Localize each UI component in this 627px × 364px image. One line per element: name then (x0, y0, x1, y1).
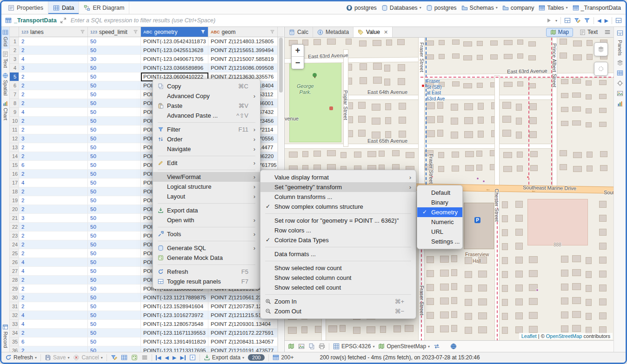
cell-lanes[interactable]: 4 (19, 179, 88, 187)
breadcrumb-postgres[interactable]: postgres (346, 5, 377, 11)
cell-speed-limit[interactable]: 50 (88, 179, 141, 187)
table-row[interactable]: 4350POINT(-123.0366589896POINT Z(1216086… (10, 64, 284, 73)
cell-geometry[interactable]: POINT(-123.11217889875 (141, 293, 208, 302)
cell-geometry[interactable]: POINT(-123.0490671705 (141, 55, 208, 64)
cell-lanes[interactable]: 2 (19, 293, 88, 302)
cell-speed-limit[interactable]: 50 (88, 196, 141, 205)
tab-data[interactable]: Data (48, 1, 79, 14)
cell-lanes[interactable]: 6 (19, 338, 88, 346)
table-row[interactable]: 36250POINT(-123.11713317695POINT Z(12101… (10, 346, 284, 352)
submenu-item-zoom-in[interactable]: Zoom In⌘+ (260, 297, 416, 306)
cell-speed-limit[interactable]: 50 (88, 134, 141, 143)
cell-speed-limit[interactable]: 50 (88, 99, 141, 108)
result-tab[interactable]: _TransportData (5, 17, 57, 24)
filter-icon[interactable] (80, 29, 85, 34)
cell-lanes[interactable]: 4 (19, 55, 88, 64)
cell-lanes[interactable]: 2 (19, 205, 88, 214)
cell-speed-limit[interactable]: 50 (88, 108, 141, 117)
menu-item-edit[interactable]: Edit› (153, 158, 260, 168)
zoom-out-button[interactable]: − (292, 57, 304, 69)
table-row[interactable]: 2250POINT(-123.0425513628POINT Z(1215651… (10, 46, 284, 55)
menu-item-paste[interactable]: Paste⌘V (153, 101, 260, 111)
submenu-item-show-complex-columns-structure[interactable]: ✓Show complex columns structure (260, 202, 416, 212)
menu-item-refresh[interactable]: RefreshF5 (153, 267, 260, 277)
row-number[interactable]: 32 (10, 311, 19, 320)
column-header-geom[interactable]: ABCgeom (208, 27, 278, 37)
scrollbar-thumb[interactable] (279, 38, 283, 93)
cell-lanes[interactable]: 2 (19, 329, 88, 338)
grid-panel-icon[interactable] (617, 70, 623, 76)
row-number[interactable]: 4 (10, 64, 19, 73)
add-row-icon[interactable] (131, 354, 138, 361)
filter-icon[interactable] (200, 29, 206, 34)
locate-panel-icon[interactable] (617, 80, 623, 86)
cell-geometry[interactable]: POINT(-123.05424311873 (141, 37, 208, 46)
view-toggle-map[interactable]: Map (546, 28, 573, 37)
row-list-icon[interactable] (141, 354, 148, 361)
panel-menu-icon[interactable] (604, 29, 614, 35)
cell-lanes[interactable]: 2 (19, 223, 88, 232)
first-page-button[interactable]: ◀ (156, 355, 161, 360)
last-page-button[interactable]: ▶ (180, 355, 185, 360)
map-layers-button[interactable] (594, 42, 608, 56)
row-number[interactable]: 26 (10, 258, 19, 267)
cell-lanes[interactable]: 3 (19, 64, 88, 73)
menu-item-copy[interactable]: Copy⌘C (153, 81, 260, 91)
cell-geom[interactable]: POINT Z(1209301.13404 (208, 320, 278, 329)
cell-lanes[interactable]: 4 (19, 267, 88, 276)
cell-speed-limit[interactable]: 50 (88, 346, 141, 352)
row-number[interactable]: 20 (10, 205, 19, 214)
cell-speed-limit[interactable]: 50 (88, 187, 141, 196)
row-number[interactable]: 7 (10, 90, 19, 99)
menu-item-export-data[interactable]: Export data (153, 205, 260, 215)
map-lasso-button[interactable] (594, 62, 608, 76)
menu-item-layout[interactable]: Layout› (153, 192, 260, 201)
row-number[interactable]: 30 (10, 293, 19, 302)
cell-lanes[interactable]: 4 (19, 320, 88, 329)
custom-filter-icon[interactable] (574, 17, 580, 24)
row-number[interactable]: 11 (10, 126, 19, 134)
grid-view-icon[interactable] (121, 354, 127, 361)
cell-lanes[interactable]: 2 (19, 346, 88, 352)
breadcrumb-company[interactable]: company (502, 5, 534, 11)
cell-speed-limit[interactable]: 50 (88, 126, 141, 134)
submenu-item-data-formats[interactable]: Data formats ... (260, 249, 416, 259)
row-number[interactable]: 13 (10, 143, 19, 152)
cell-lanes[interactable]: 2 (19, 276, 88, 285)
cell-geometry[interactable]: POINT(-123.1280573548 (141, 320, 208, 329)
filter-icon[interactable] (270, 29, 275, 34)
cell-speed-limit[interactable]: 50 (88, 320, 141, 329)
cell-speed-limit[interactable]: 50 (88, 73, 141, 81)
chart-panel-icon[interactable] (617, 100, 623, 107)
cell-geom[interactable]: POINT Z(1210191.473577 (208, 346, 278, 352)
cell-lanes[interactable]: 2 (19, 126, 88, 134)
breadcrumb-transportdata[interactable]: _TransportData (573, 5, 621, 11)
row-number[interactable]: 35 (10, 338, 19, 346)
crs-selector[interactable]: EPSG:4326 ▾ (333, 343, 374, 350)
cell-speed-limit[interactable]: 50 (88, 285, 141, 293)
menu-item-advanced-paste[interactable]: Advanced Paste ...^⇧V (153, 111, 260, 120)
menu-item-generate-mock-data[interactable]: Generate Mock Data (153, 253, 260, 263)
filter-icon[interactable] (133, 29, 138, 34)
cell-lanes[interactable]: 2 (19, 170, 88, 179)
transform-item-default[interactable]: Default (417, 188, 462, 198)
cell-lanes[interactable]: 2 (19, 187, 88, 196)
presentation-tab-grid[interactable]: Grid (1, 27, 9, 49)
cell-lanes[interactable]: 2 (19, 143, 88, 152)
cell-lanes[interactable]: 2 (19, 152, 88, 161)
breadcrumb-schemas[interactable]: Schemas▾ (461, 5, 498, 11)
cell-speed-limit[interactable]: 50 (88, 81, 141, 90)
row-number[interactable]: 24 (10, 240, 19, 249)
cell-speed-limit[interactable]: 50 (88, 302, 141, 311)
layers-panel-icon[interactable] (617, 60, 623, 66)
close-icon[interactable]: ✕ (384, 29, 388, 35)
cell-lanes[interactable]: 3 (19, 134, 88, 143)
cell-geom[interactable]: POINT Z(1215651.399494 (208, 46, 278, 55)
menu-item-view-format[interactable]: View/Format› (153, 172, 260, 182)
cell-speed-limit[interactable]: 50 (88, 161, 141, 170)
cell-lanes[interactable]: 2 (19, 240, 88, 249)
submenu-item-set-row-color-for-geometry-point-6362[interactable]: Set row color for "geometry = POINT ... … (260, 216, 416, 225)
row-number[interactable]: 1 (10, 37, 19, 46)
cell-speed-limit[interactable]: 50 (88, 258, 141, 267)
zoom-in-button[interactable]: + (292, 45, 304, 57)
